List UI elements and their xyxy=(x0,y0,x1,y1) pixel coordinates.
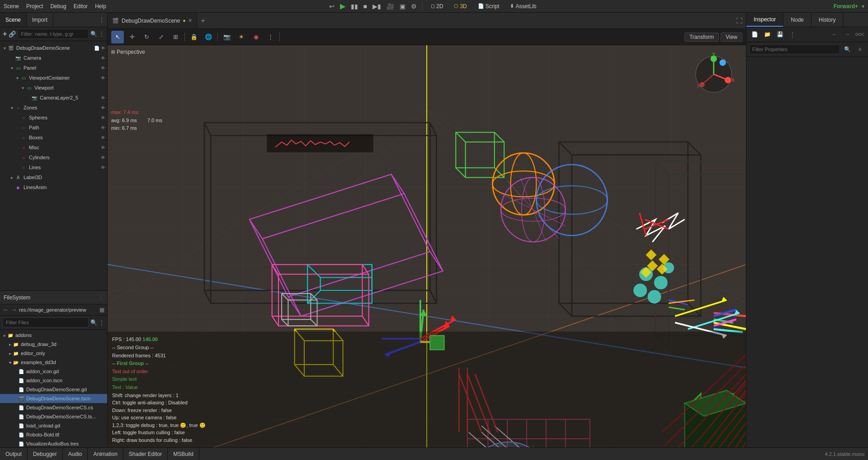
tree-item-cameralayer[interactable]: ▸ 📷 CameraLayer2_5 👁 xyxy=(0,93,107,103)
tree-item-camera[interactable]: ▸ 📷 Camera 👁 xyxy=(0,53,107,63)
fs-search-icon[interactable]: 🔍 xyxy=(90,319,97,326)
fs-item-loadunload[interactable]: ▸ 📄 load_unload.gd xyxy=(0,421,107,430)
menu-project[interactable]: Project xyxy=(26,3,43,9)
fs-item-addons[interactable]: ▸ 📁 addons xyxy=(0,331,107,340)
tree-item-viewport[interactable]: ▾ ▭ Viewport xyxy=(0,83,107,93)
search-icon[interactable]: 🔍 xyxy=(90,31,97,37)
inspector-kebab[interactable]: DOC xyxy=(854,29,865,40)
tab-import[interactable]: Import xyxy=(27,13,53,27)
scene-filter-input[interactable] xyxy=(18,29,89,39)
tree-eye-7[interactable]: 👁 xyxy=(101,115,105,120)
movie-button[interactable]: 🎥 xyxy=(387,3,394,10)
tree-item-misc[interactable]: ▸ ○ Misc 👁 xyxy=(0,142,107,152)
add-node-button[interactable]: + xyxy=(3,30,7,38)
fs-item-addonicont[interactable]: ▸ 📄 addon_icon.tscn xyxy=(0,376,107,385)
tree-eye-2[interactable]: 👁 xyxy=(101,66,105,71)
tool-camera[interactable]: 📷 xyxy=(221,31,233,43)
fs-item-editoronly[interactable]: ▸ 📁 editor_only xyxy=(0,349,107,358)
scene-tab-debugdraw[interactable]: 🎬 DebugDrawDemoScene ● ✕ xyxy=(108,13,197,28)
tab-inspector[interactable]: Inspector xyxy=(746,13,783,27)
tool-sun[interactable]: ☀ xyxy=(235,31,248,43)
link-button[interactable]: 🔗 xyxy=(9,31,16,38)
tab-node[interactable]: Node xyxy=(783,13,811,27)
viewport-maximize[interactable]: ⛶ xyxy=(732,17,746,24)
fs-item-dddsgd[interactable]: ▸ 📄 DebugDrawDemoScene.gd xyxy=(0,385,107,394)
fs-back-button[interactable]: ← xyxy=(3,306,9,313)
btn-assetlib[interactable]: ⬇ AssetLib xyxy=(507,2,539,10)
tool-local[interactable]: 🌐 xyxy=(202,31,215,43)
tool-snap[interactable]: 🔒 xyxy=(188,31,200,43)
inspector-forward-button[interactable]: → xyxy=(842,29,853,40)
back-button[interactable]: ↩ xyxy=(329,3,335,10)
step-button[interactable]: ▶▮ xyxy=(373,3,381,10)
menu-help[interactable]: Help xyxy=(95,3,106,9)
fs-item-addonicongd[interactable]: ▸ 📄 addon_icon.gd xyxy=(0,367,107,376)
bottom-tab-debugger[interactable]: Debugger xyxy=(28,448,63,460)
filter-options-icon[interactable]: ≡ xyxy=(854,44,865,55)
tool-rotate[interactable]: ↻ xyxy=(140,31,153,43)
filter-search-icon[interactable]: 🔍 xyxy=(842,44,853,55)
tree-eye-3[interactable]: 👁 xyxy=(101,76,105,81)
transform-button[interactable]: Transform xyxy=(684,33,719,42)
tab-history[interactable]: History xyxy=(811,13,843,27)
maximize-icon[interactable]: ⛶ xyxy=(736,17,742,24)
tree-eye-6[interactable]: 👁 xyxy=(101,105,105,110)
tree-item-label3d[interactable]: ▸ A Label3D xyxy=(0,172,107,182)
btn-script[interactable]: 📄 Script xyxy=(475,2,502,10)
settings-button[interactable]: ⚙ xyxy=(411,3,417,10)
tool-move[interactable]: ✛ xyxy=(126,31,138,43)
forward-dropdown[interactable]: ▾ xyxy=(862,3,864,9)
tool-sun2[interactable]: ◉ xyxy=(250,31,262,43)
fs-grid-view-button[interactable]: ▦ xyxy=(99,307,104,313)
viewport-3d[interactable]: Y X Z Perspective xyxy=(108,45,746,447)
fs-item-visualizer[interactable]: ▸ 📄 VisualizerAudioBus.tres xyxy=(0,439,107,447)
tree-item-zones[interactable]: ▾ ○ Zones 👁 xyxy=(0,103,107,113)
fs-options-icon[interactable]: ⋮ xyxy=(99,319,104,326)
fs-item-dddscs[interactable]: ▸ 📄 DebugDrawDemoSceneCS.cs xyxy=(0,403,107,412)
bottom-tab-animation[interactable]: Animation xyxy=(88,448,123,460)
tree-item-path[interactable]: ▸ ○ Path 👁 xyxy=(0,123,107,133)
tree-item-cylinders[interactable]: ▸ ○ Cylinders 👁 xyxy=(0,152,107,162)
scene-kebab[interactable]: ⋮ xyxy=(99,17,104,23)
inspector-back-button[interactable]: ← xyxy=(829,29,840,40)
menu-scene[interactable]: Scene xyxy=(4,3,19,9)
inspector-file-icon[interactable]: 📄 xyxy=(749,29,760,40)
tree-eye-11[interactable]: 👁 xyxy=(101,155,105,160)
fs-item-dddst[interactable]: ▸ 🎬 DebugDrawDemoScene.tscn xyxy=(0,394,107,403)
tree-script-icon-0[interactable]: 📄 xyxy=(94,46,99,51)
tree-item-boxes[interactable]: ▸ ○ Boxes 👁 xyxy=(0,133,107,142)
tab-close-button[interactable]: ✕ xyxy=(188,18,192,24)
tab-add-button[interactable]: + xyxy=(197,17,208,25)
bottom-tab-audio[interactable]: Audio xyxy=(63,448,88,460)
pause-button[interactable]: ▮▮ xyxy=(351,3,358,10)
tool-transform[interactable]: ⊞ xyxy=(169,31,182,43)
btn-2d[interactable]: ◻ 2D xyxy=(428,2,446,10)
scene-options-button[interactable]: ⋮ xyxy=(99,31,104,37)
fs-item-examplesdd3d[interactable]: ▾ 📂 examples_dd3d xyxy=(0,358,107,367)
stop-button[interactable]: ■ xyxy=(363,3,367,10)
filesystem-header[interactable]: FileSystem ⋮ xyxy=(0,291,107,304)
bottom-tab-msbuild[interactable]: MSBuild xyxy=(168,448,199,460)
tree-eye-9[interactable]: 👁 xyxy=(101,135,105,140)
tree-eye-1[interactable]: 👁 xyxy=(101,56,105,61)
inspector-more-icon[interactable]: ⋮ xyxy=(787,29,798,40)
tree-item-lines[interactable]: ▸ ○ Lines 👁 xyxy=(0,162,107,172)
view-button[interactable]: View xyxy=(721,33,742,42)
menu-editor[interactable]: Editor xyxy=(74,3,88,9)
layout-button[interactable]: ▣ xyxy=(400,3,406,10)
tool-scale[interactable]: ⤢ xyxy=(155,31,167,43)
fs-item-roboto[interactable]: ▸ 📄 Roboto-Bold.ttf xyxy=(0,430,107,439)
bottom-tab-shader[interactable]: Shader Editor xyxy=(123,448,168,460)
tree-eye-0[interactable]: 👁 xyxy=(101,46,105,51)
tree-item-panel[interactable]: ▾ ▭ Panel 👁 xyxy=(0,63,107,73)
menu-debug[interactable]: Debug xyxy=(50,3,66,9)
filter-properties-input[interactable] xyxy=(749,44,840,54)
filesystem-toggle[interactable]: ⋮ xyxy=(99,295,104,300)
fs-item-dddscsts[interactable]: ▸ 📄 DebugDrawDemoSceneCS.ts... xyxy=(0,412,107,421)
bottom-tab-output[interactable]: Output xyxy=(0,448,28,460)
btn-3d[interactable]: ⬡ 3D xyxy=(451,2,469,10)
inspector-folder-icon[interactable]: 📁 xyxy=(762,29,773,40)
fs-filter-input[interactable] xyxy=(3,318,89,327)
inspector-save-icon[interactable]: 💾 xyxy=(774,29,785,40)
tree-item-debugdrawdemoscene[interactable]: ▾ 🎬 DebugDrawDemoScene 📄 👁 xyxy=(0,43,107,53)
